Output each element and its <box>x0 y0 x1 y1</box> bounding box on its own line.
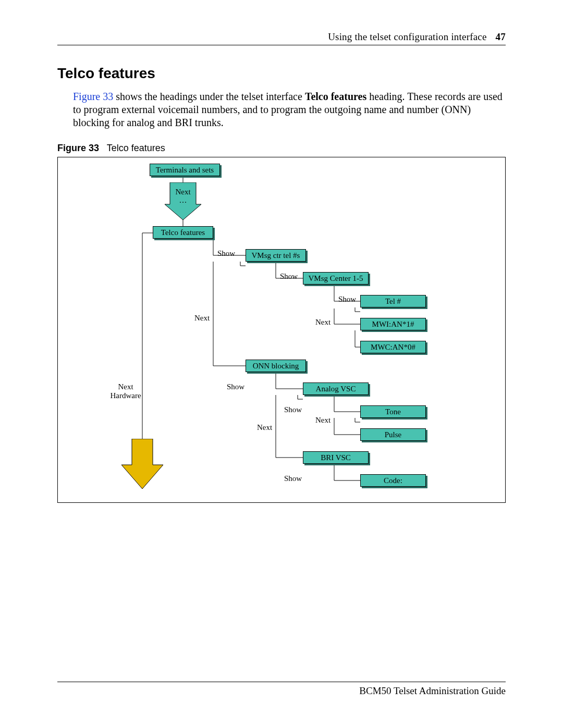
label-show-1: Show <box>217 249 235 258</box>
section-title: Telco features <box>57 65 506 82</box>
box-tone: Tone <box>360 405 426 418</box>
box-mwi: MWI:AN*1# <box>360 318 426 330</box>
box-vmsg-ctr: VMsg ctr tel #s <box>246 249 306 262</box>
page-footer: BCM50 Telset Administration Guide <box>57 682 506 697</box>
box-code: Code: <box>360 474 426 487</box>
header-text: Using the telset configuration interface <box>328 31 487 42</box>
pentagon-next-label: Next <box>165 188 201 196</box>
svg-marker-36 <box>121 439 163 489</box>
box-pulse: Pulse <box>360 428 426 441</box>
label-show-2: Show <box>280 272 298 281</box>
figure-reference-link[interactable]: Figure 33 <box>73 91 113 102</box>
box-terminals-and-sets: Terminals and sets <box>150 164 220 176</box>
figure-label: Figure 33 <box>57 143 99 153</box>
page-header: Using the telset configuration interface… <box>57 31 506 45</box>
footer-text: BCM50 Telset Administration Guide <box>359 685 506 696</box>
figure-caption: Figure 33 Telco features <box>57 143 506 154</box>
page-number: 47 <box>496 31 506 42</box>
box-bri-vsc: BRI VSC <box>303 451 369 464</box>
box-analog-vsc: Analog VSC <box>303 382 369 395</box>
box-onn-blocking: ONN blocking <box>246 360 306 372</box>
body-bold: Telco features <box>305 91 366 102</box>
figure-diagram: Terminals and sets Next … Telco features… <box>57 157 506 503</box>
box-vmsg-center: VMsg Center 1-5 <box>303 272 369 285</box>
box-mwc: MWC:AN*0# <box>360 341 426 353</box>
body-paragraph: Figure 33 shows the headings under the t… <box>73 90 506 129</box>
pentagon-ellipsis: … <box>165 196 201 205</box>
label-next-4: Next <box>315 416 331 425</box>
box-telco-features: Telco features <box>153 226 213 239</box>
label-next-1: Next <box>194 314 210 323</box>
figure-caption-text: Telco features <box>107 143 165 153</box>
label-show-5: Show <box>284 405 302 414</box>
down-arrow-icon <box>121 439 163 489</box>
box-tel-num: Tel # <box>360 295 426 307</box>
label-show-3: Show <box>338 295 356 304</box>
label-show-4: Show <box>227 382 244 391</box>
label-next-3: Next <box>257 423 272 432</box>
label-next-hardware: Next Hardware <box>107 382 144 400</box>
label-show-6: Show <box>284 474 302 483</box>
body-part1: shows the headings under the telset inte… <box>113 91 305 102</box>
label-next-2: Next <box>315 318 331 327</box>
